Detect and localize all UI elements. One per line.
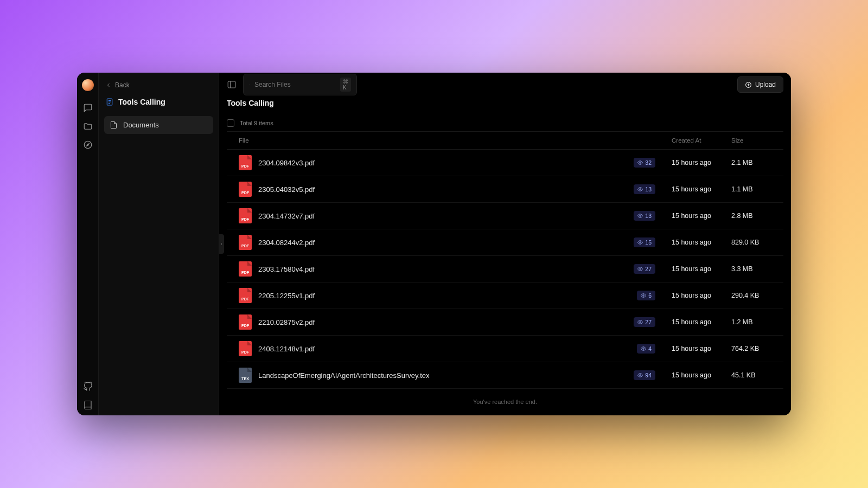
main-panel: ⌘ K Upload Tools Calling Total 9 items F… <box>219 73 791 415</box>
created-at: 15 hours ago <box>672 185 731 193</box>
pdf-file-icon: PDF <box>239 314 252 330</box>
view-count-badge: 13 <box>634 184 655 194</box>
file-name: 2305.04032v5.pdf <box>258 185 315 194</box>
select-all-checkbox[interactable] <box>227 119 234 127</box>
arrow-left-icon <box>105 82 112 88</box>
view-count-badge: 4 <box>637 344 655 354</box>
app-window: Back Tools Calling Documents ⌘ K <box>77 73 791 415</box>
file-size: 290.4 KB <box>731 292 783 299</box>
avatar[interactable] <box>82 79 94 91</box>
workspace-title-row: Tools Calling <box>104 94 213 113</box>
table-row[interactable]: TEXLandscapeOfEmergingAIAgentArchitectur… <box>227 362 783 389</box>
svg-point-0 <box>84 141 92 149</box>
svg-point-17 <box>640 268 641 270</box>
file-icon <box>110 121 118 129</box>
file-size: 829.0 KB <box>731 239 783 246</box>
view-count-badge: 94 <box>634 370 655 380</box>
svg-rect-6 <box>228 81 235 88</box>
compass-icon[interactable] <box>83 140 93 150</box>
table-row[interactable]: PDF2210.02875v2.pdf2715 hours ago1.2 MB <box>227 309 783 336</box>
view-count-badge: 15 <box>634 237 655 247</box>
file-name: 2304.14732v7.pdf <box>258 212 315 220</box>
created-at: 15 hours ago <box>672 212 731 220</box>
table-row[interactable]: PDF2304.14732v7.pdf1315 hours ago2.8 MB <box>227 203 783 229</box>
sidebar-item-label: Documents <box>123 121 159 129</box>
svg-point-21 <box>640 375 641 376</box>
tex-file-icon: TEX <box>239 368 252 383</box>
file-name: LandscapeOfEmergingAIAgentArchitecturesS… <box>258 371 430 380</box>
total-count: Total 9 items <box>240 120 273 126</box>
col-file: File <box>227 137 639 144</box>
nav-rail <box>77 73 99 415</box>
github-icon[interactable] <box>83 382 93 391</box>
file-size: 3.3 MB <box>731 265 783 273</box>
back-label: Back <box>115 81 130 89</box>
search-kbd: ⌘ K <box>340 78 351 92</box>
created-at: 15 hours ago <box>672 265 731 273</box>
svg-point-16 <box>640 242 641 243</box>
book-icon[interactable] <box>83 400 93 410</box>
table-row[interactable]: PDF2304.09842v3.pdf3215 hours ago2.1 MB <box>227 150 783 176</box>
pdf-file-icon: PDF <box>239 288 252 303</box>
view-count-badge: 13 <box>634 211 655 221</box>
file-size: 1.1 MB <box>731 185 783 193</box>
created-at: 15 hours ago <box>672 159 731 166</box>
file-size: 1.2 MB <box>731 318 783 326</box>
file-name: 2205.12255v1.pdf <box>258 292 315 300</box>
search-input-wrapper[interactable]: ⌘ K <box>243 74 357 95</box>
table-row[interactable]: PDF2205.12255v1.pdf615 hours ago290.4 KB <box>227 282 783 309</box>
back-button[interactable]: Back <box>104 79 213 91</box>
view-count-badge: 32 <box>634 158 655 168</box>
file-size: 2.1 MB <box>731 159 783 166</box>
topbar: ⌘ K Upload <box>219 73 791 97</box>
file-name: 2408.12148v1.pdf <box>258 345 315 353</box>
created-at: 15 hours ago <box>672 345 731 352</box>
col-created: Created At <box>672 137 731 144</box>
file-size: 45.1 KB <box>731 371 783 379</box>
pdf-file-icon: PDF <box>239 261 252 277</box>
svg-point-20 <box>643 348 644 350</box>
created-at: 15 hours ago <box>672 371 731 379</box>
chat-icon[interactable] <box>83 103 93 113</box>
table-row[interactable]: PDF2303.17580v4.pdf2715 hours ago3.3 MB <box>227 256 783 282</box>
svg-marker-1 <box>86 144 89 146</box>
file-size: 2.8 MB <box>731 212 783 220</box>
created-at: 15 hours ago <box>672 239 731 246</box>
created-at: 15 hours ago <box>672 292 731 299</box>
panel-toggle-icon[interactable] <box>227 80 237 89</box>
table-row[interactable]: PDF2304.08244v2.pdf1515 hours ago829.0 K… <box>227 229 783 256</box>
svg-point-14 <box>640 189 641 190</box>
meta-row: Total 9 items <box>227 115 783 132</box>
pdf-file-icon: PDF <box>239 341 252 356</box>
pdf-file-icon: PDF <box>239 182 252 197</box>
pdf-file-icon: PDF <box>239 155 252 170</box>
created-at: 15 hours ago <box>672 318 731 326</box>
upload-label: Upload <box>755 81 776 88</box>
svg-point-8 <box>249 84 250 85</box>
file-name: 2210.02875v2.pdf <box>258 318 315 326</box>
table-row[interactable]: PDF2305.04032v5.pdf1315 hours ago1.1 MB <box>227 176 783 203</box>
file-size: 764.2 KB <box>731 345 783 352</box>
svg-point-15 <box>640 215 641 217</box>
col-size: Size <box>731 137 783 144</box>
sidebar-item-documents[interactable]: Documents <box>104 116 213 134</box>
search-icon <box>249 81 250 88</box>
file-name: 2304.08244v2.pdf <box>258 239 315 247</box>
page-title: Tools Calling <box>227 99 783 107</box>
file-name: 2304.09842v3.pdf <box>258 159 315 167</box>
view-count-badge: 6 <box>637 291 655 300</box>
table-header: File Created At Size <box>227 132 783 150</box>
svg-point-18 <box>643 295 644 297</box>
folder-icon[interactable] <box>83 121 93 131</box>
table-row[interactable]: PDF2408.12148v1.pdf415 hours ago764.2 KB <box>227 336 783 362</box>
upload-button[interactable]: Upload <box>737 76 783 93</box>
search-input[interactable] <box>254 81 336 88</box>
file-list: PDF2304.09842v3.pdf3215 hours ago2.1 MBP… <box>227 150 783 389</box>
svg-point-13 <box>640 162 641 164</box>
file-name: 2303.17580v4.pdf <box>258 265 315 273</box>
sidebar: Back Tools Calling Documents <box>99 73 219 415</box>
content-area: Tools Calling Total 9 items File Created… <box>219 97 791 415</box>
sidebar-collapse-handle[interactable] <box>219 234 224 254</box>
view-count-badge: 27 <box>634 317 655 327</box>
pdf-file-icon: PDF <box>239 208 252 223</box>
